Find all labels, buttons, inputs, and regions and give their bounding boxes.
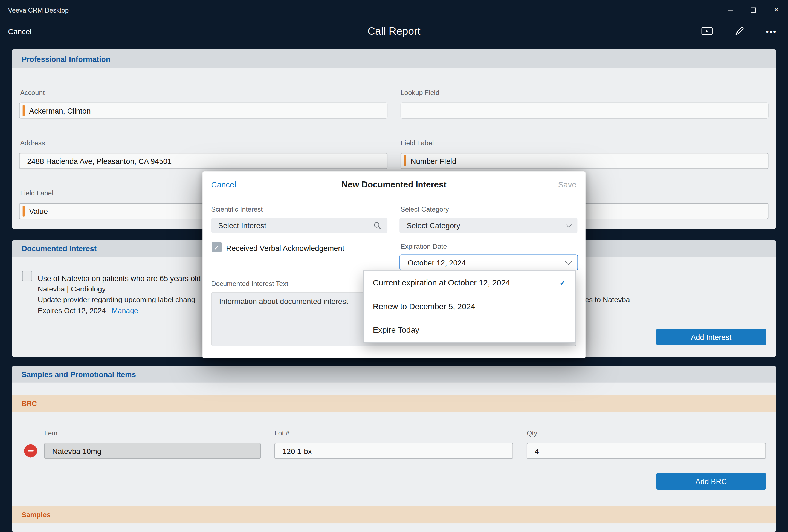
close-icon: ✕ <box>774 7 779 13</box>
app-title: Veeva CRM Desktop <box>8 6 69 14</box>
professional-information-header: Professional Information <box>12 49 776 68</box>
interest-description-tail: es to Natevba <box>585 294 630 305</box>
qty-label: Qty <box>527 430 537 437</box>
section-title-documented-interest: Documented Interest <box>22 244 97 253</box>
check-icon: ✓ <box>214 243 219 251</box>
add-brc-button[interactable]: Add BRC <box>656 473 766 490</box>
dropdown-option-renew[interactable]: Renew to December 5, 2024 <box>364 295 575 318</box>
required-indicator <box>23 105 25 116</box>
brc-band: BRC <box>12 395 776 412</box>
value-field-label: Field Label <box>20 190 53 197</box>
samples-band-title: Samples <box>22 511 51 518</box>
required-indicator <box>23 205 25 216</box>
search-icon <box>373 221 381 229</box>
account-label: Account <box>20 90 45 97</box>
scientific-interest-label: Scientific Interest <box>211 206 263 213</box>
number-field-label: Field Label <box>400 140 434 147</box>
appbar-cancel-button[interactable]: Cancel <box>8 27 32 35</box>
samples-header: Samples and Promotional Items <box>12 366 776 382</box>
item-label: Item <box>44 430 57 437</box>
new-documented-interest-modal: Cancel New Documented Interest Save Scie… <box>202 171 586 358</box>
appbar: Call Report Cancel ••• <box>0 20 788 42</box>
page-title: Call Report <box>0 25 788 37</box>
modal-title: New Documented Interest <box>202 180 586 190</box>
verbal-ack-label: Received Verbal Acknowledgement <box>226 244 344 252</box>
remove-item-button[interactable] <box>24 445 37 457</box>
select-category-label: Select Category <box>400 206 449 213</box>
selected-check-icon: ✓ <box>559 278 566 287</box>
documented-interest-text-label: Documented Interest Text <box>211 280 288 288</box>
maximize-icon <box>751 8 756 13</box>
app-window: Veeva CRM Desktop ✕ Call Report Cancel <box>0 0 788 532</box>
account-input[interactable]: Ackerman, Clinton <box>19 103 388 119</box>
ellipsis-icon: ••• <box>766 27 777 35</box>
select-interest-input[interactable]: Select Interest <box>211 218 388 233</box>
select-category-dropdown[interactable]: Select Category <box>399 218 577 233</box>
more-options-button[interactable]: ••• <box>766 27 777 35</box>
minimize-button[interactable] <box>719 0 742 20</box>
signature-button[interactable] <box>734 26 745 37</box>
lot-label: Lot # <box>274 430 290 437</box>
lot-input[interactable]: 120 1-bx <box>274 443 513 459</box>
lookup-field-input[interactable] <box>400 103 768 119</box>
signature-icon <box>734 26 745 37</box>
minimize-icon <box>728 10 733 11</box>
modal-save-button[interactable]: Save <box>558 180 576 190</box>
section-title-samples: Samples and Promotional Items <box>22 370 136 378</box>
maximize-button[interactable] <box>742 0 765 20</box>
address-input[interactable]: 2488 Hacienda Ave, Pleasanton, CA 94501 <box>19 153 388 169</box>
media-button[interactable] <box>701 26 713 36</box>
close-button[interactable]: ✕ <box>765 0 788 20</box>
expiration-date-dropdown[interactable]: October 12, 2024 <box>399 254 578 270</box>
interest-checkbox[interactable] <box>22 271 32 281</box>
minus-icon <box>28 450 34 452</box>
samples-band: Samples <box>12 506 776 523</box>
chevron-down-icon <box>565 221 572 228</box>
expiration-dropdown-menu: Current expiration at October 12, 2024 ✓… <box>363 270 576 343</box>
lookup-field-label: Lookup Field <box>400 90 439 97</box>
window-titlebar: Veeva CRM Desktop ✕ <box>0 0 788 20</box>
add-interest-button[interactable]: Add Interest <box>656 329 766 346</box>
manage-link[interactable]: Manage <box>112 306 138 314</box>
required-indicator <box>404 155 406 166</box>
media-icon <box>701 26 713 36</box>
dropdown-option-expire-today[interactable]: Expire Today <box>364 318 575 342</box>
section-title-professional: Professional Information <box>22 55 111 63</box>
item-input[interactable]: Natevba 10mg <box>44 443 261 459</box>
samples-card: Samples and Promotional Items BRC Item L… <box>12 366 776 532</box>
brc-band-title: BRC <box>22 399 37 408</box>
qty-input[interactable]: 4 <box>527 443 766 459</box>
chevron-down-icon <box>565 257 572 264</box>
number-field-input[interactable]: Number FIeld <box>400 153 768 169</box>
expiration-date-label: Expiration Date <box>400 243 447 250</box>
window-controls: ✕ <box>719 0 788 20</box>
verbal-ack-checkbox[interactable]: ✓ <box>212 242 222 252</box>
dropdown-option-current[interactable]: Current expiration at October 12, 2024 ✓ <box>364 271 575 295</box>
address-label: Address <box>20 140 45 147</box>
